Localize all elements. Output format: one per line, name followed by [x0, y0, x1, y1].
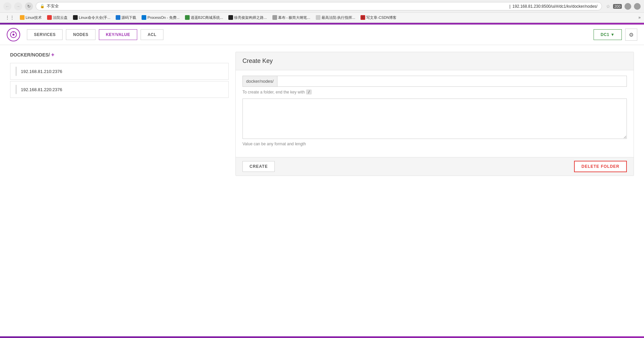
address-text: 不安全 — [47, 3, 507, 9]
bookmark-label-mubu: 幕布 - 极简大纲笔... — [278, 15, 310, 20]
forward-button[interactable]: → — [14, 2, 22, 10]
slash-badge: / — [306, 89, 312, 95]
kv-list: 192.168.81.210:2376 192.168.81.220:2376 — [10, 63, 229, 98]
bookmark-icon-linux — [20, 15, 25, 20]
breadcrumb-text: DOCKER/NODES/ — [10, 52, 50, 58]
app-container: SERVICES NODES KEY/VALUE ACL DC1 ▼ ⚙ DOC… — [0, 23, 644, 183]
kv-item-text: 192.168.81.210:2376 — [21, 69, 62, 74]
delete-folder-button[interactable]: DELETE FOLDER — [574, 161, 627, 172]
bookmarks-bar: ⋮⋮ Linux技术 法院云盘 Linux命令大全(手... 源码下载 Proc… — [0, 13, 644, 23]
gear-icon: ⚙ — [629, 32, 634, 38]
dc1-nav-button[interactable]: DC1 ▼ — [594, 29, 622, 40]
key-name-input[interactable] — [277, 76, 627, 86]
bookmark-label-source: 源码下载 — [121, 15, 136, 20]
browser-chrome: ← → ↻ 🔓 不安全 | 192.168.81.230:8500/ui/#/d… — [0, 0, 644, 23]
bookmark-icon-xuliang — [228, 15, 233, 20]
bookmark-xuliang[interactable]: 徐亮俊架构师之路... — [227, 14, 268, 21]
bookmark-csdn[interactable]: C 写文章-CSDN博客 — [359, 14, 398, 21]
folder-hint-text: To create a folder, end the key with — [242, 90, 305, 95]
acl-nav-button[interactable]: ACL — [141, 29, 163, 40]
bookmark-label-linuxcmd: Linux命令大全(手... — [79, 15, 110, 20]
app-logo — [7, 28, 20, 41]
kv-indicator — [15, 67, 17, 76]
bookmark-icon-cloud — [47, 15, 52, 20]
bookmark-linux[interactable]: Linux技术 — [18, 14, 43, 21]
bookmark-linuxcmd[interactable]: Linux命令大全(手... — [71, 14, 112, 21]
bookmark-b2c[interactable]: 逍遥B2C商城系统... — [183, 14, 225, 21]
left-panel: DOCKER/NODES/ + 192.168.81.210:2376 192.… — [10, 52, 229, 176]
bookmark-processon[interactable]: ProcessOn - 免费... — [140, 14, 181, 21]
bookmark-label-processon: ProcessOn - 免费... — [147, 15, 179, 20]
star-icon[interactable]: ☆ — [606, 4, 610, 9]
bookmark-icon-b2c — [185, 15, 190, 20]
breadcrumb: DOCKER/NODES/ + — [10, 52, 229, 58]
breadcrumb-plus[interactable]: + — [51, 52, 54, 58]
kv-item-text: 192.168.81.220:2376 — [21, 87, 62, 92]
apps-icon[interactable]: ⋮⋮ — [3, 14, 16, 21]
bookmarks-more[interactable]: » — [638, 15, 641, 20]
value-hint: Value can be any format and length — [242, 142, 627, 146]
user-avatar — [624, 3, 631, 10]
services-nav-button[interactable]: SERVICES — [27, 29, 63, 40]
key-input-row: docker/nodes/ — [242, 76, 627, 87]
bookmark-icon-csdn: C — [361, 15, 365, 20]
bookmark-label-linux: Linux技术 — [26, 15, 42, 20]
create-key-body: docker/nodes/ To create a folder, end th… — [236, 70, 634, 157]
kv-item[interactable]: 192.168.81.220:2376 — [10, 81, 229, 98]
bookmark-label-cloud: 法院云盘 — [53, 15, 68, 20]
create-key-header: Create Key — [236, 52, 634, 70]
kv-indicator — [15, 85, 17, 94]
user-count: 200 — [613, 4, 622, 9]
bookmark-label-xuliang: 徐亮俊架构师之路... — [234, 15, 267, 20]
bookmark-label-csdn: 写文章-CSDN博客 — [366, 15, 396, 20]
nav-bar: SERVICES NODES KEY/VALUE ACL DC1 ▼ ⚙ — [0, 25, 644, 45]
folder-hint: To create a folder, end the key with / — [242, 89, 627, 95]
key-prefix: docker/nodes/ — [243, 76, 277, 86]
lock-icon: 🔓 — [40, 4, 45, 8]
right-panel: Create Key docker/nodes/ To create a fol… — [235, 52, 634, 176]
bookmark-icon-processon — [142, 15, 146, 20]
bookmark-court[interactable]: 最高法院-执行指挥... — [314, 14, 357, 21]
browser-toolbar: ← → ↻ 🔓 不安全 | 192.168.81.230:8500/ui/#/d… — [0, 0, 644, 13]
bookmark-label-court: 最高法院-执行指挥... — [321, 15, 355, 20]
address-separator: | — [509, 4, 510, 9]
create-key-panel: Create Key docker/nodes/ To create a fol… — [235, 52, 634, 176]
bookmark-mubu[interactable]: 幕布 - 极简大纲笔... — [271, 14, 312, 21]
user-avatar-2 — [634, 3, 641, 10]
value-textarea[interactable] — [242, 99, 627, 139]
reload-button[interactable]: ↻ — [25, 2, 33, 10]
address-bar[interactable]: 🔓 不安全 | 192.168.81.230:8500/ui/#/dc1/kv/… — [36, 2, 602, 10]
page-content: DOCKER/NODES/ + 192.168.81.210:2376 192.… — [0, 45, 644, 183]
bookmark-icon-mubu — [272, 15, 277, 20]
bookmark-icon-linuxcmd — [73, 15, 78, 20]
svg-line-3 — [15, 33, 16, 34]
dc1-label: DC1 — [601, 32, 609, 37]
bookmark-icon-source — [116, 15, 120, 20]
bookmark-icon-court — [316, 15, 320, 20]
svg-point-1 — [12, 34, 14, 36]
form-actions: CREATE DELETE FOLDER — [236, 157, 634, 176]
nodes-nav-button[interactable]: NODES — [66, 29, 95, 40]
address-url: 192.168.81.230:8500/ui/#/dc1/kv/docker/n… — [513, 4, 598, 9]
bookmark-cloud[interactable]: 法院云盘 — [45, 14, 69, 21]
back-button[interactable]: ← — [3, 2, 11, 10]
bookmark-label-b2c: 逍遥B2C商城系统... — [191, 15, 223, 20]
keyvalue-nav-button[interactable]: KEY/VALUE — [99, 29, 137, 40]
settings-button[interactable]: ⚙ — [625, 29, 637, 41]
create-button[interactable]: CREATE — [242, 161, 275, 172]
kv-item[interactable]: 192.168.81.210:2376 — [10, 63, 229, 80]
create-key-title: Create Key — [242, 58, 627, 65]
dc1-chevron-icon: ▼ — [611, 32, 615, 37]
bookmark-source[interactable]: 源码下载 — [114, 14, 138, 21]
